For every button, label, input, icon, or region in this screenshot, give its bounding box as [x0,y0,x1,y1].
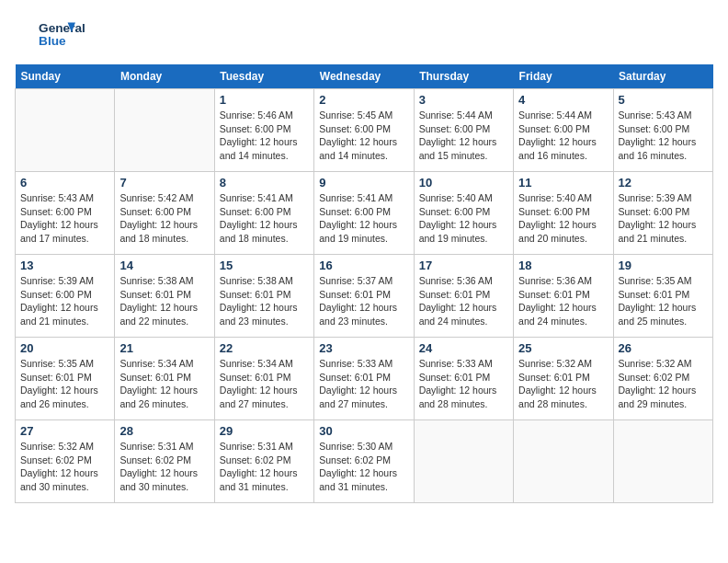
day-detail: Sunrise: 5:36 AM Sunset: 6:01 PM Dayligh… [419,274,508,328]
calendar-cell: 26Sunrise: 5:32 AM Sunset: 6:02 PM Dayli… [613,338,712,420]
day-detail: Sunrise: 5:40 AM Sunset: 6:00 PM Dayligh… [518,191,608,246]
calendar-cell: 6Sunrise: 5:43 AM Sunset: 6:00 PM Daylig… [16,172,115,255]
calendar-cell: 4Sunrise: 5:44 AM Sunset: 6:00 PM Daylig… [514,89,613,172]
day-number: 2 [319,93,408,107]
day-number: 10 [419,176,508,190]
calendar-cell [514,420,613,503]
day-detail: Sunrise: 5:32 AM Sunset: 6:01 PM Dayligh… [518,357,608,411]
calendar-cell: 13Sunrise: 5:39 AM Sunset: 6:00 PM Dayli… [16,255,115,338]
day-number: 14 [119,259,209,272]
calendar-cell: 8Sunrise: 5:41 AM Sunset: 6:00 PM Daylig… [214,172,313,255]
day-detail: Sunrise: 5:41 AM Sunset: 6:00 PM Dayligh… [220,191,309,246]
day-detail: Sunrise: 5:39 AM Sunset: 6:00 PM Dayligh… [619,191,708,246]
calendar-cell: 22Sunrise: 5:34 AM Sunset: 6:01 PM Dayli… [214,338,313,420]
day-number: 6 [20,176,109,190]
day-header-saturday: Saturday [613,64,712,89]
day-detail: Sunrise: 5:43 AM Sunset: 6:00 PM Dayligh… [20,191,109,246]
page-header: General Blue [15,15,713,53]
calendar-cell: 28Sunrise: 5:31 AM Sunset: 6:02 PM Dayli… [115,420,214,503]
calendar-cell: 30Sunrise: 5:30 AM Sunset: 6:02 PM Dayli… [314,420,414,503]
day-detail: Sunrise: 5:34 AM Sunset: 6:01 PM Dayligh… [119,357,209,411]
header-row: SundayMondayTuesdayWednesdayThursdayFrid… [16,64,713,89]
calendar-cell: 18Sunrise: 5:36 AM Sunset: 6:01 PM Dayli… [514,255,613,338]
day-detail: Sunrise: 5:38 AM Sunset: 6:01 PM Dayligh… [220,274,309,328]
day-number: 3 [419,93,508,107]
calendar-cell: 23Sunrise: 5:33 AM Sunset: 6:01 PM Dayli… [314,338,414,420]
day-detail: Sunrise: 5:32 AM Sunset: 6:02 PM Dayligh… [619,357,708,411]
day-detail: Sunrise: 5:33 AM Sunset: 6:01 PM Dayligh… [319,357,408,411]
calendar-cell: 20Sunrise: 5:35 AM Sunset: 6:01 PM Dayli… [16,338,115,420]
calendar-cell: 10Sunrise: 5:40 AM Sunset: 6:00 PM Dayli… [414,172,513,255]
day-detail: Sunrise: 5:37 AM Sunset: 6:01 PM Dayligh… [319,274,408,328]
calendar-table: SundayMondayTuesdayWednesdayThursdayFrid… [15,64,713,503]
week-row-4: 20Sunrise: 5:35 AM Sunset: 6:01 PM Dayli… [16,338,713,420]
day-number: 16 [319,259,408,272]
day-detail: Sunrise: 5:44 AM Sunset: 6:00 PM Dayligh… [518,109,608,163]
day-number: 12 [619,176,708,190]
logo-icon: General Blue [15,15,97,53]
day-detail: Sunrise: 5:40 AM Sunset: 6:00 PM Dayligh… [419,191,508,246]
calendar-cell: 7Sunrise: 5:42 AM Sunset: 6:00 PM Daylig… [115,172,214,255]
day-number: 30 [319,424,408,438]
calendar-cell: 3Sunrise: 5:44 AM Sunset: 6:00 PM Daylig… [414,89,513,172]
calendar-cell [613,420,712,503]
logo: General Blue [15,15,97,53]
day-number: 4 [518,93,608,107]
day-header-tuesday: Tuesday [214,64,313,89]
day-number: 22 [220,341,309,355]
day-number: 28 [119,424,209,438]
calendar-cell: 25Sunrise: 5:32 AM Sunset: 6:01 PM Dayli… [514,338,613,420]
day-header-thursday: Thursday [414,64,513,89]
calendar-cell: 1Sunrise: 5:46 AM Sunset: 6:00 PM Daylig… [214,89,313,172]
calendar-cell: 21Sunrise: 5:34 AM Sunset: 6:01 PM Dayli… [115,338,214,420]
day-number: 27 [20,424,109,438]
day-detail: Sunrise: 5:31 AM Sunset: 6:02 PM Dayligh… [119,440,209,494]
calendar-cell: 27Sunrise: 5:32 AM Sunset: 6:02 PM Dayli… [16,420,115,503]
day-number: 23 [319,341,408,355]
day-number: 24 [419,341,508,355]
calendar-cell: 12Sunrise: 5:39 AM Sunset: 6:00 PM Dayli… [613,172,712,255]
calendar-cell: 2Sunrise: 5:45 AM Sunset: 6:00 PM Daylig… [314,89,414,172]
calendar-cell: 29Sunrise: 5:31 AM Sunset: 6:02 PM Dayli… [214,420,313,503]
calendar-cell [16,89,115,172]
day-detail: Sunrise: 5:46 AM Sunset: 6:00 PM Dayligh… [220,109,309,163]
day-number: 5 [619,93,708,107]
calendar-cell: 5Sunrise: 5:43 AM Sunset: 6:00 PM Daylig… [613,89,712,172]
day-number: 19 [619,259,708,272]
day-number: 13 [20,259,109,272]
day-detail: Sunrise: 5:36 AM Sunset: 6:01 PM Dayligh… [518,274,608,328]
day-detail: Sunrise: 5:44 AM Sunset: 6:00 PM Dayligh… [419,109,508,163]
calendar-cell: 9Sunrise: 5:41 AM Sunset: 6:00 PM Daylig… [314,172,414,255]
day-detail: Sunrise: 5:34 AM Sunset: 6:01 PM Dayligh… [220,357,309,411]
day-number: 8 [220,176,309,190]
day-detail: Sunrise: 5:38 AM Sunset: 6:01 PM Dayligh… [119,274,209,328]
day-detail: Sunrise: 5:31 AM Sunset: 6:02 PM Dayligh… [220,440,309,494]
day-detail: Sunrise: 5:43 AM Sunset: 6:00 PM Dayligh… [619,109,708,163]
week-row-5: 27Sunrise: 5:32 AM Sunset: 6:02 PM Dayli… [16,420,713,503]
day-number: 25 [518,341,608,355]
day-header-wednesday: Wednesday [314,64,414,89]
day-number: 15 [220,259,309,272]
day-detail: Sunrise: 5:30 AM Sunset: 6:02 PM Dayligh… [319,440,408,494]
calendar-cell: 11Sunrise: 5:40 AM Sunset: 6:00 PM Dayli… [514,172,613,255]
day-detail: Sunrise: 5:32 AM Sunset: 6:02 PM Dayligh… [20,440,109,494]
week-row-1: 1Sunrise: 5:46 AM Sunset: 6:00 PM Daylig… [16,89,713,172]
day-number: 9 [319,176,408,190]
day-header-monday: Monday [115,64,214,89]
day-detail: Sunrise: 5:41 AM Sunset: 6:00 PM Dayligh… [319,191,408,246]
day-number: 26 [619,341,708,355]
day-number: 18 [518,259,608,272]
week-row-3: 13Sunrise: 5:39 AM Sunset: 6:00 PM Dayli… [16,255,713,338]
day-number: 29 [220,424,309,438]
day-detail: Sunrise: 5:33 AM Sunset: 6:01 PM Dayligh… [419,357,508,411]
svg-text:Blue: Blue [39,34,66,48]
day-header-sunday: Sunday [16,64,115,89]
calendar-cell: 19Sunrise: 5:35 AM Sunset: 6:01 PM Dayli… [613,255,712,338]
day-header-friday: Friday [514,64,613,89]
calendar-cell: 17Sunrise: 5:36 AM Sunset: 6:01 PM Dayli… [414,255,513,338]
day-detail: Sunrise: 5:45 AM Sunset: 6:00 PM Dayligh… [319,109,408,163]
day-detail: Sunrise: 5:39 AM Sunset: 6:00 PM Dayligh… [20,274,109,328]
day-detail: Sunrise: 5:35 AM Sunset: 6:01 PM Dayligh… [619,274,708,328]
day-detail: Sunrise: 5:35 AM Sunset: 6:01 PM Dayligh… [20,357,109,411]
calendar-cell: 14Sunrise: 5:38 AM Sunset: 6:01 PM Dayli… [115,255,214,338]
